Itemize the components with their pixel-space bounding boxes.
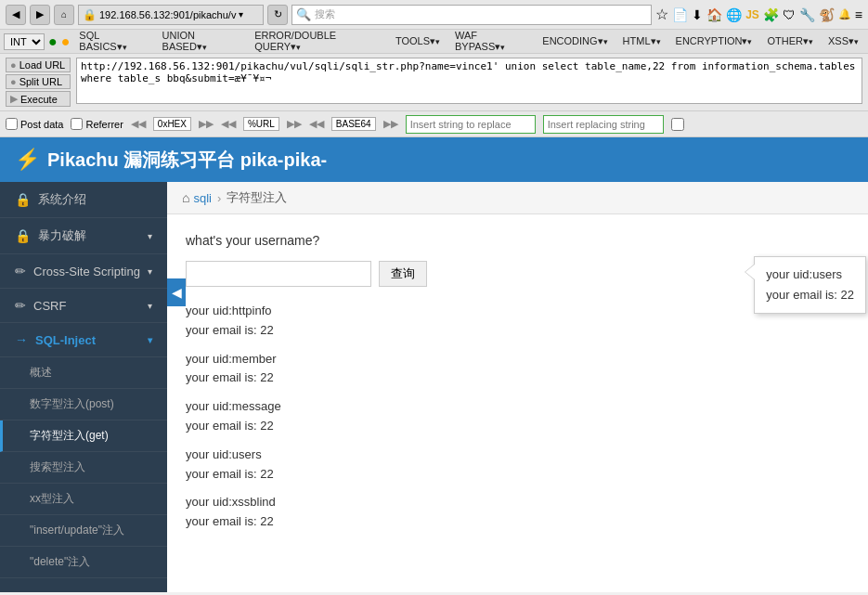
arrow-icon-csrf: ▾ [148, 301, 152, 311]
result-3: your uid:message your email is: 22 [186, 397, 849, 436]
result-4-uid: your uid:users [186, 446, 849, 465]
right-arrow1: ▶▶ [199, 118, 214, 130]
nav-icon[interactable]: 🏠 [706, 7, 722, 22]
tooltip-line1: your uid:users [766, 265, 854, 285]
bookmark-icon[interactable]: 📄 [672, 7, 688, 22]
collapse-sidebar-btn[interactable]: ◀ [167, 278, 186, 306]
address-text: 192.168.56.132:901/pikachu/v [99, 9, 236, 20]
int-select[interactable]: INT [4, 33, 45, 50]
menu-other[interactable]: OTHER▾ [761, 33, 819, 49]
pika-icon: ⚡ [15, 148, 40, 172]
menu-encryption[interactable]: ENCRYPTION▾ [670, 33, 758, 49]
result-4-email: your email is: 22 [186, 465, 849, 485]
subitem-number-post-label: 数字型注入(post) [30, 397, 114, 410]
ext4-icon[interactable]: 🐒 [819, 7, 835, 22]
pikachu-header: ⚡ Pikachu 漏洞练习平台 pika-pika- [0, 137, 868, 182]
ext3-icon[interactable]: 🔧 [799, 7, 815, 22]
url-textarea[interactable]: http://192.168.56.132:901/pikachu/vul/sq… [76, 58, 862, 104]
post-data-check[interactable]: Post data [6, 118, 63, 130]
ext1-icon[interactable]: 🧩 [763, 7, 779, 22]
result-2-uid: your uid:member [186, 350, 849, 369]
subitem-string-get-label: 字符型注入(get) [30, 429, 109, 442]
url-btn[interactable]: %URL [243, 117, 279, 131]
result-3-uid: your uid:message [186, 397, 849, 417]
search-button[interactable]: 查询 [379, 261, 427, 287]
subitem-insert-update-label: "insert/update"注入 [30, 524, 124, 537]
arrow-icon-sql: → [15, 332, 28, 347]
orange-dot: ● [61, 33, 71, 50]
menu-tools[interactable]: TOOLS▾ [390, 33, 446, 49]
back-btn[interactable]: ◀ [6, 5, 26, 25]
hex-btn[interactable]: 0xHEX [153, 117, 191, 131]
result-5: your uid:xssblind your email is: 22 [186, 493, 849, 532]
breadcrumb-sqli[interactable]: sqli [193, 191, 212, 205]
referrer-checkbox[interactable] [71, 118, 83, 130]
post-data-checkbox[interactable] [6, 118, 18, 130]
subitem-string-get[interactable]: 字符型注入(get) [0, 420, 167, 452]
refresh-btn[interactable]: ↻ [267, 5, 288, 25]
result-1-email: your email is: 22 [186, 321, 849, 341]
execute-btn[interactable]: ▶ Execute [6, 91, 71, 107]
menu-sql-basics[interactable]: SQL BASICS▾ [73, 28, 152, 55]
right-arrow3: ▶▶ [383, 118, 398, 130]
options-row: Post data Referrer ◀◀ 0xHEX ▶▶ ◀◀ %URL ▶… [0, 111, 868, 137]
subitem-delete[interactable]: "delete"注入 [0, 547, 167, 578]
green-dot: ● [48, 33, 58, 50]
result-1: your uid:httpinfo your email is: 22 [186, 302, 849, 341]
menu-icon[interactable]: ≡ [855, 7, 862, 22]
bullet-icon: ● [10, 59, 17, 71]
replace-input[interactable] [406, 115, 536, 134]
globe-icon[interactable]: 🌐 [726, 7, 742, 22]
menu-error-double[interactable]: ERROR/DOUBLE QUERY▾ [249, 28, 386, 55]
replacing-input[interactable] [543, 115, 664, 134]
search-placeholder: 搜索 [315, 7, 335, 21]
subitem-number-post[interactable]: 数字型注入(post) [0, 389, 167, 420]
sidebar-item-brute-force[interactable]: 🔒 暴力破解 ▾ [0, 218, 167, 254]
subitem-search-label: 搜索型注入 [30, 460, 85, 473]
forward-btn[interactable]: ▶ [30, 5, 50, 25]
sqlmap-toolbar: INT ● ● SQL BASICS▾ UNION BASED▾ ERROR/D… [0, 30, 868, 54]
split-url-btn[interactable]: ● Split URL [6, 74, 71, 89]
sidebar-item-sys-intro[interactable]: 🔒 系统介绍 [0, 182, 167, 218]
star-icon[interactable]: ☆ [655, 6, 668, 23]
home-btn[interactable]: ⌂ [54, 5, 74, 25]
js-icon[interactable]: JS [745, 8, 759, 21]
breadcrumb: ⌂ sqli › 字符型注入 [167, 182, 868, 214]
download-icon[interactable]: ⬇ [692, 7, 703, 22]
username-search-input[interactable] [186, 261, 371, 287]
content-question: what's your username? [186, 233, 849, 248]
subitem-xx-type[interactable]: xx型注入 [0, 484, 167, 515]
sidebar-item-sql-inject[interactable]: → SQL-Inject ▾ [0, 323, 167, 357]
tooltip-line2: your email is: 22 [766, 285, 854, 305]
menu-xss[interactable]: XSS▾ [823, 33, 864, 49]
sidebar-item-xss[interactable]: ✏ Cross-Site Scripting ▾ [0, 254, 167, 289]
lock-icon-brute: 🔒 [15, 228, 31, 243]
menu-union-based[interactable]: UNION BASED▾ [157, 28, 246, 55]
menu-encoding[interactable]: ENCODING▾ [537, 33, 613, 49]
replace-checkbox[interactable] [671, 118, 684, 131]
right-arrow2: ▶▶ [287, 118, 302, 130]
result-2-email: your email is: 22 [186, 369, 849, 388]
main-area: ⚡ Pikachu 漏洞练习平台 pika-pika- ◀ 🔒 系统介绍 🔒 暴… [0, 137, 868, 592]
sidebar-item-csrf[interactable]: ✏ CSRF ▾ [0, 289, 167, 323]
subitem-search[interactable]: 搜索型注入 [0, 452, 167, 484]
ext2-icon[interactable]: 🛡 [783, 7, 796, 22]
result-5-email: your email is: 22 [186, 512, 849, 532]
sidebar-label-csrf: CSRF [33, 299, 66, 313]
sidebar-label-sys-intro: 系统介绍 [38, 191, 86, 208]
arrow-icon-xss: ▾ [148, 266, 152, 277]
sidebar-label-brute: 暴力破解 [38, 227, 86, 244]
edit-icon-csrf: ✏ [15, 298, 26, 313]
subitem-overview[interactable]: 概述 [0, 357, 167, 389]
tooltip-popup: your uid:users your email is: 22 [754, 256, 866, 314]
result-3-email: your email is: 22 [186, 417, 849, 436]
menu-waf-bypass[interactable]: WAF BYPASS▾ [449, 28, 533, 55]
sidebar-label-sql: SQL-Inject [35, 333, 96, 347]
menu-html[interactable]: HTML▾ [617, 33, 667, 49]
referrer-check[interactable]: Referrer [71, 118, 123, 130]
bullet-icon2: ● [10, 76, 17, 87]
base64-btn[interactable]: BASE64 [331, 117, 376, 131]
load-url-btn[interactable]: ● Load URL [6, 58, 71, 72]
result-2: your uid:member your email is: 22 [186, 350, 849, 389]
subitem-insert-update[interactable]: "insert/update"注入 [0, 515, 167, 547]
